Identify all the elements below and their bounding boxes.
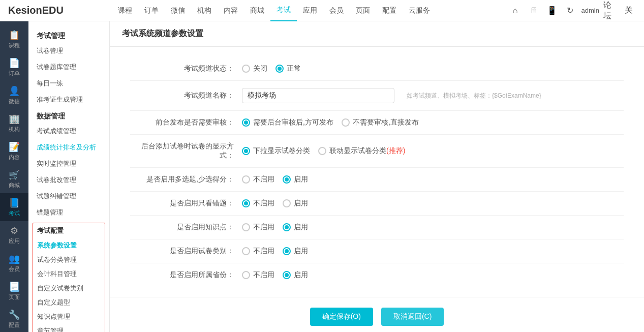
sidebar-label-app: 应用 — [9, 237, 20, 245]
nav-item-app[interactable]: 应用 — [297, 0, 323, 21]
sidebar-item-app[interactable]: ⚙ 应用 — [0, 221, 28, 249]
radio-status-normal[interactable]: 正常 — [275, 64, 301, 73]
nav-item-member[interactable]: 会员 — [323, 0, 350, 21]
nav-item-page[interactable]: 页面 — [350, 0, 376, 21]
mobile-icon[interactable]: 📱 — [545, 4, 559, 18]
sidebar-item-exam[interactable]: 📘 考试 — [0, 193, 28, 221]
menu-item-custom-paper-type[interactable]: 自定义试卷类别 — [33, 281, 105, 295]
menu-item-account[interactable]: 会计科目管理 — [33, 267, 105, 281]
radio-circle-wrong-disable — [242, 199, 250, 207]
sidebar-item-page[interactable]: 📃 页面 — [0, 277, 28, 305]
menu-item-knowledge[interactable]: 知识点管理 — [33, 310, 105, 324]
radio-paper-type-disable[interactable]: 不启用 — [242, 247, 274, 256]
desktop-icon[interactable]: 🖥 — [527, 4, 541, 18]
controls-knowledge: 不启用 启用 — [242, 223, 308, 232]
radio-circle-knowledge-disable — [242, 223, 250, 231]
menu-item-paper-category[interactable]: 试卷分类管理 — [33, 253, 105, 267]
nav-right: ⌂ 🖥 📱 ↻ admin 论坛 关 — [508, 4, 644, 18]
menu-item-sys-params[interactable]: 系统参数设置 — [33, 238, 105, 253]
radio-display-linked[interactable]: 联动显示试卷分类(推荐) — [318, 146, 405, 156]
radio-label-review-yes: 需要后台审核后,方可发布 — [253, 118, 333, 127]
menu-item-score[interactable]: 考试成绩管理 — [28, 123, 109, 139]
nav-items: 课程 订单 微信 机构 内容 商城 考试 应用 会员 页面 配置 云服务 — [112, 0, 508, 21]
confirm-button[interactable]: 确定保存(O) — [310, 308, 373, 326]
forum-link[interactable]: 论坛 — [603, 4, 618, 18]
radio-wrong-enable[interactable]: 启用 — [283, 199, 308, 208]
member-icon: 👥 — [9, 253, 20, 264]
top-nav: KesionEDU 课程 订单 微信 机构 内容 商城 考试 应用 会员 页面 … — [0, 0, 644, 21]
radio-label-paper-type-disable: 不启用 — [253, 247, 274, 256]
menu-item-batch-correct[interactable]: 试卷批改管理 — [28, 172, 109, 188]
menu-item-wrong[interactable]: 错题管理 — [28, 204, 109, 221]
radio-status-close[interactable]: 关闭 — [242, 64, 267, 73]
content-icon: 📝 — [9, 141, 20, 153]
user-menu[interactable]: admin — [581, 7, 599, 14]
nav-item-org[interactable]: 机构 — [191, 0, 218, 21]
sidebar-item-wechat[interactable]: 👤 微信 — [0, 81, 28, 109]
menu-item-chapter[interactable]: 章节管理 — [33, 324, 105, 332]
refresh-icon[interactable]: ↻ — [563, 4, 577, 18]
radio-display-dropdown[interactable]: 下拉显示试卷分类 — [242, 146, 310, 156]
sidebar-label-member: 会员 — [9, 265, 20, 273]
label-display: 后台添加试卷时试卷的显示方式： — [130, 142, 242, 160]
menu-item-score-stat[interactable]: 成绩统计排名及分析 — [28, 139, 109, 156]
sidebar-item-member[interactable]: 👥 会员 — [0, 249, 28, 277]
menu-item-paper[interactable]: 试卷管理 — [28, 43, 109, 59]
radio-label-multi-enable: 启用 — [294, 175, 308, 184]
radio-review-yes[interactable]: 需要后台审核后,方可发布 — [242, 118, 333, 127]
radio-label-dropdown: 下拉显示试卷分类 — [253, 146, 310, 156]
radio-circle-multi-enable — [283, 175, 291, 184]
close-icon[interactable]: 关 — [622, 4, 636, 18]
radio-review-no[interactable]: 不需要审核,直接发布 — [342, 118, 419, 127]
page-title: 考试系统频道参数设置 — [110, 21, 644, 47]
radio-wrong-disable[interactable]: 不启用 — [242, 199, 274, 208]
radio-knowledge-enable[interactable]: 启用 — [283, 223, 308, 232]
nav-item-exam[interactable]: 考试 — [270, 0, 297, 21]
menu-item-admission[interactable]: 准考证生成管理 — [28, 92, 109, 108]
radio-multi-enable[interactable]: 启用 — [283, 175, 308, 184]
menu-item-monitor[interactable]: 实时监控管理 — [28, 156, 109, 172]
radio-circle-review-no — [342, 118, 350, 127]
radio-multi-disable[interactable]: 不启用 — [242, 175, 274, 184]
exam-channel-name-input[interactable] — [242, 88, 394, 103]
nav-item-content[interactable]: 内容 — [218, 0, 244, 21]
label-status: 考试频道状态： — [130, 64, 242, 73]
radio-circle-paper-type-enable — [283, 247, 291, 255]
menu-item-question-bank[interactable]: 试卷题库管理 — [28, 59, 109, 75]
home-icon[interactable]: ⌂ — [508, 4, 523, 18]
radio-province-disable[interactable]: 不启用 — [242, 270, 274, 280]
app-icon: ⚙ — [10, 225, 18, 236]
menu-group-exam-config: 考试配置 — [33, 223, 105, 238]
label-knowledge: 是否启用知识点： — [130, 223, 242, 232]
radio-circle-linked — [318, 147, 326, 155]
sidebar-label-org: 机构 — [9, 126, 20, 133]
radio-label-wrong-disable: 不启用 — [253, 199, 274, 208]
radio-label-close: 关闭 — [253, 64, 267, 73]
radio-label-paper-type-enable: 启用 — [294, 247, 308, 256]
sidebar-item-config[interactable]: 🔧 配置 — [0, 305, 28, 332]
nav-item-cloud[interactable]: 云服务 — [403, 0, 436, 21]
nav-item-config[interactable]: 配置 — [376, 0, 403, 21]
sidebar-item-shop[interactable]: 🛒 商城 — [0, 165, 28, 193]
nav-item-order[interactable]: 订单 — [138, 0, 165, 21]
nav-item-course[interactable]: 课程 — [112, 0, 138, 21]
cancel-button[interactable]: 取消返回(C) — [381, 308, 444, 326]
nav-item-shop[interactable]: 商城 — [244, 0, 270, 21]
menu-item-custom-question-type[interactable]: 自定义题型 — [33, 295, 105, 310]
main-layout: 📋 课程 📄 订单 👤 微信 🏢 机构 📝 内容 🛒 商城 📘 考试 ⚙ — [0, 21, 644, 332]
radio-province-enable[interactable]: 启用 — [283, 270, 308, 280]
radio-label-linked: 联动显示试卷分类(推荐) — [329, 146, 405, 156]
sidebar-item-course[interactable]: 📋 课程 — [0, 25, 28, 53]
radio-paper-type-enable[interactable]: 启用 — [283, 247, 308, 256]
sidebar-label-order: 订单 — [9, 70, 20, 77]
nav-item-wechat[interactable]: 微信 — [165, 0, 191, 21]
sidebar-item-content[interactable]: 📝 内容 — [0, 137, 28, 165]
button-area: 确定保存(O) 取消返回(C) — [110, 297, 644, 332]
radio-label-knowledge-enable: 启用 — [294, 223, 308, 232]
menu-item-daily[interactable]: 每日一练 — [28, 75, 109, 92]
sidebar-item-org[interactable]: 🏢 机构 — [0, 109, 28, 137]
logo: KesionEDU — [0, 5, 112, 16]
radio-knowledge-disable[interactable]: 不启用 — [242, 223, 274, 232]
sidebar-item-order[interactable]: 📄 订单 — [0, 53, 28, 81]
menu-item-error-correct[interactable]: 试题纠错管理 — [28, 188, 109, 204]
